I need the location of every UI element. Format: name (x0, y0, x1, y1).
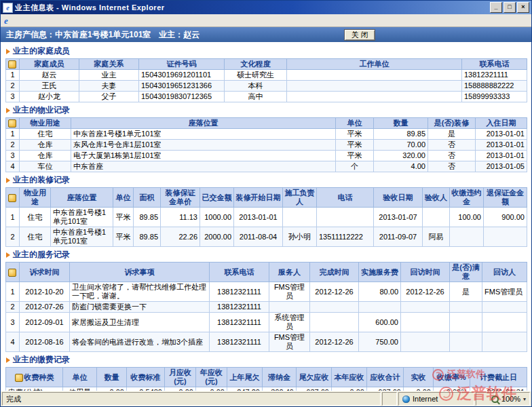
column-header: 月应收(元) (165, 368, 196, 387)
close-window-button[interactable]: × (517, 2, 529, 13)
status-panel: 完成 (2, 392, 381, 406)
maximize-button[interactable]: □ (504, 2, 516, 13)
cell: 2013-01-01 (476, 151, 527, 161)
section-title: 业主的缴费记录 (13, 354, 70, 366)
cell: 13812321111 (462, 70, 527, 81)
column-header: 单位 (63, 368, 97, 387)
column-header: 回访人 (482, 263, 527, 282)
cell: 4.00 (374, 161, 428, 172)
cell: 中东首座1号楼1单元101室 (51, 208, 113, 227)
row-number: 1 (6, 208, 20, 227)
header-row: 诉求时间诉求事项联系电话服务人完成时间实施服务费回访时间是(否)满意回访人 (6, 263, 527, 282)
row-number: 3 (6, 92, 20, 102)
browser-window: e 业主信息表 - Windows Internet Explorer _ □ … (0, 0, 532, 407)
zoom-level: 100% (501, 395, 520, 403)
cell: 本科 (225, 81, 287, 92)
cell (359, 302, 401, 313)
table-row: 3仓库电子大厦第1栋第1层101室平米320.00否2013-01-01 (6, 151, 527, 161)
column-header: 装修保证金单价 (161, 188, 200, 208)
section: 业主的服务记录诉求时间诉求事项联系电话服务人完成时间实施服务费回访时间是(否)满… (5, 247, 527, 352)
cell (401, 313, 450, 332)
column-header: 诉求时间 (20, 263, 70, 282)
section-title: 业主的服务记录 (13, 249, 70, 260)
cell: 2013-01-05 (476, 161, 527, 172)
row-number: 2 (6, 81, 20, 92)
column-header: 工作单位 (287, 59, 462, 70)
cell: 否 (428, 151, 476, 161)
status-bar: 完成 Internet 100% ▾ (1, 391, 531, 406)
cell: 住宅 (20, 129, 71, 140)
row-number: 2 (6, 140, 20, 151)
column-header: 回访时间 (401, 263, 450, 282)
sections: 业主的家庭成员家庭成员家庭关系证件号码文化程度工作单位联系电话1赵云业主1504… (1, 42, 531, 391)
cell: 750.00 (359, 332, 401, 352)
section-bullet-icon (6, 357, 10, 363)
cell: 2012-08-16 (20, 332, 70, 352)
column-header: 尾欠应收 (297, 368, 332, 387)
security-zone-panel: Internet (398, 392, 474, 406)
cell: 22.26 (161, 227, 200, 247)
zoom-control[interactable]: 100% ▾ (476, 392, 530, 406)
column-header: 诉求事项 (70, 263, 210, 282)
cell (317, 208, 374, 227)
column-header: 单位 (336, 118, 374, 129)
table-key-icon (8, 119, 16, 128)
table-row: 2王氏夫妻15043019651231366本科158888882222 (6, 81, 527, 92)
data-table: 物业用途座落位置单位数量是(否)装修入住日期1住宅中东首座1号楼1单元101室平… (5, 117, 527, 172)
cell: 70.00 (374, 140, 428, 151)
column-header: 验收人 (423, 188, 450, 208)
column-header: 联系电话 (462, 59, 527, 70)
cell: 2013-01-01 (476, 140, 527, 151)
cell: 13812321111 (210, 282, 269, 302)
section-bullet-icon (6, 178, 10, 183)
cell: 89.85 (374, 129, 428, 140)
data-table: 收费种类单位数量收费标准月应收(元)年应收(元)上年尾欠滞纳金尾欠应收本年应收应… (5, 367, 527, 391)
table-row: 1住宅中东首座1号楼1单元101室平米89.85是2013-01-01 (6, 129, 527, 140)
table-row: 3赵小龙父子15043019830712365高中15899993333 (6, 92, 527, 102)
column-header: 数量 (97, 368, 127, 387)
section-header: 业主的装修记录 (5, 172, 527, 187)
column-header: 家庭关系 (79, 59, 139, 70)
row-number: 1 (6, 282, 20, 302)
ie-page-icon: e (3, 3, 13, 13)
table-key-icon (8, 194, 16, 202)
cell: 13812321111 (210, 313, 269, 332)
section-bullet-icon (6, 252, 10, 258)
ie-icon: e (4, 16, 8, 25)
cell: 王氏 (20, 81, 79, 92)
cell: 320.00 (374, 151, 428, 161)
table-row: 42012-08-16将会客间的电路进行改造，增加3个插座13812321111… (6, 332, 527, 352)
minimize-button[interactable]: _ (490, 2, 502, 13)
cell (484, 227, 527, 247)
internet-globe-icon (402, 395, 410, 403)
section: 业主的物业记录物业用途座落位置单位数量是(否)装修入住日期1住宅中东首座1号楼1… (5, 102, 527, 172)
column-header: 施工负责人 (283, 188, 317, 208)
column-header: 物业用途 (20, 118, 71, 129)
cell: 住宅 (20, 227, 51, 247)
cell: 父子 (79, 92, 139, 102)
column-header: 入住日期 (476, 118, 527, 129)
cell (401, 332, 450, 352)
cell (401, 302, 450, 313)
cell: 平米 (336, 151, 374, 161)
cell: 否 (428, 140, 476, 151)
column-header: 服务人 (269, 263, 310, 282)
cell: 中东首座 (71, 161, 336, 172)
table-row: 1赵云业主15043019691201101硕士研究生13812321111 (6, 70, 527, 81)
cell: 2011-09-07 (374, 227, 423, 247)
close-page-button[interactable]: 关 闭 (344, 29, 375, 41)
data-table: 物业用途座落位置单位面积装修保证金单价已交金额装修开始日期施工负责人电话验收日期… (5, 187, 527, 247)
column-header: 收费种类 (6, 368, 63, 387)
column-header: 退保证金金额 (484, 188, 527, 208)
zoom-caret-icon: ▾ (523, 396, 526, 402)
cell: 平米 (113, 208, 134, 227)
cell: 2012-09-01 (20, 313, 70, 332)
column-header: 面积 (134, 188, 161, 208)
cell: 89.85 (134, 227, 161, 247)
cell (450, 313, 482, 332)
column-header: 证件号码 (139, 59, 225, 70)
column-header: 文化程度 (225, 59, 287, 70)
cell (482, 313, 527, 332)
cell (287, 92, 462, 102)
column-header: 计费截止日 (470, 368, 527, 387)
